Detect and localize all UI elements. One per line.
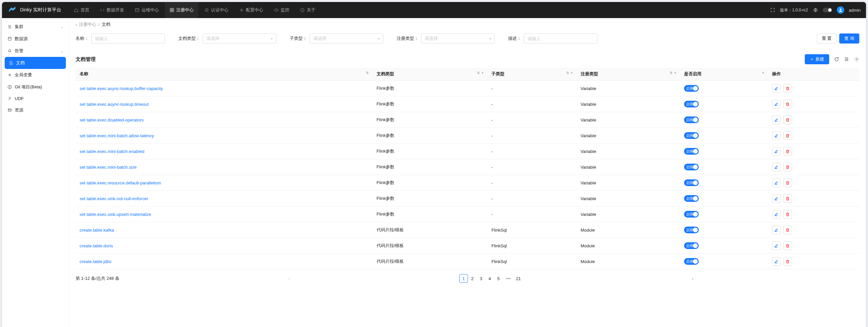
filter-desc-input[interactable] — [524, 33, 597, 43]
row-name-link[interactable]: set table.exec.mini-batch.size — [80, 165, 137, 170]
theme-toggle[interactable] — [823, 8, 832, 12]
delete-button[interactable] — [783, 116, 792, 124]
edit-button[interactable] — [772, 163, 781, 171]
fullscreen-icon[interactable] — [770, 7, 775, 13]
delete-button[interactable] — [783, 226, 792, 234]
row-name-link[interactable]: set table.exec.mini-batch.allow-latency — [80, 133, 154, 138]
lang-icon[interactable] — [813, 7, 818, 13]
nav-code[interactable]: 数据开发 — [95, 2, 129, 18]
page-number[interactable]: 4 — [485, 274, 494, 283]
page-number[interactable]: 1 — [459, 274, 468, 283]
sidebar-item-fn[interactable]: UDF — [2, 93, 68, 104]
filter-icon[interactable]: ▾ — [762, 71, 764, 75]
edit-button[interactable] — [772, 241, 781, 250]
username[interactable]: admin — [849, 8, 861, 13]
delete-button[interactable] — [783, 147, 792, 156]
enable-switch[interactable]: 启用 — [684, 258, 699, 265]
sort-icon[interactable]: ⇅ — [566, 71, 569, 75]
filter-subtype-select[interactable]: 请选择▾ — [310, 33, 383, 43]
edit-button[interactable] — [772, 178, 781, 187]
sidebar-item-cluster[interactable]: 集群⌄ — [2, 21, 68, 33]
row-name-link[interactable]: set table.exec.async-lookup.timeout — [80, 102, 149, 107]
sort-icon[interactable]: ⇅ — [477, 71, 480, 75]
row-name-link[interactable]: set table.exec.sink.upsert-materialize — [80, 212, 151, 217]
col-subtype[interactable]: 子类型⇅▾ — [487, 68, 577, 81]
delete-button[interactable] — [783, 163, 792, 171]
row-name-link[interactable]: set table.exec.disabled-operators — [80, 117, 144, 122]
sidebar-item-doc[interactable]: 文档 — [5, 57, 66, 69]
filter-icon[interactable]: ▾ — [674, 71, 676, 75]
page-number[interactable]: 2 — [468, 274, 477, 283]
sidebar-item-git[interactable]: Git 项目(Beta) — [2, 81, 68, 93]
enable-switch[interactable]: 启用 — [684, 164, 699, 170]
filter-name-input[interactable] — [91, 33, 165, 43]
create-button[interactable]: ＋新建 — [805, 54, 829, 64]
row-name-link[interactable]: set table.exec.sink.not-null-enforcer — [80, 196, 148, 201]
nav-info[interactable]: 关于 — [296, 2, 320, 18]
page-prev[interactable]: ‹ — [123, 274, 456, 283]
col-enabled[interactable]: 是否启用▾ — [680, 68, 768, 81]
delete-button[interactable] — [783, 194, 792, 203]
edit-button[interactable] — [772, 257, 781, 266]
delete-button[interactable] — [783, 257, 792, 266]
sort-icon[interactable]: ⇅ — [670, 71, 672, 75]
nav-home[interactable]: 首页 — [69, 2, 94, 18]
enable-switch[interactable]: 启用 — [684, 179, 699, 186]
row-name-link[interactable]: set table.exec.resource.default-parallel… — [80, 180, 161, 185]
delete-button[interactable] — [783, 131, 792, 140]
row-name-link[interactable]: set table.exec.async-lookup.buffer-capac… — [80, 86, 163, 91]
reset-button[interactable]: 重 置 — [817, 33, 837, 43]
refresh-icon[interactable] — [834, 57, 839, 62]
settings-icon[interactable] — [854, 57, 859, 62]
edit-button[interactable] — [772, 84, 781, 93]
edit-button[interactable] — [772, 100, 781, 109]
enable-switch[interactable]: 启用 — [684, 211, 699, 217]
enable-switch[interactable]: 启用 — [684, 85, 699, 92]
page-next[interactable]: › — [526, 274, 859, 283]
row-name-link[interactable]: set table.exec.mini-batch.enabled — [80, 149, 145, 154]
nav-reg[interactable]: 注册中心 — [165, 2, 198, 18]
row-name-link[interactable]: create.table.jdbc — [80, 259, 112, 264]
filter-regtype-select[interactable]: 请选择▾ — [421, 33, 495, 43]
sidebar-item-db[interactable]: 数据源 — [2, 33, 68, 45]
enable-switch[interactable]: 启用 — [684, 195, 699, 202]
col-doctype[interactable]: 文档类型⇅▾ — [373, 68, 487, 81]
nav-ops[interactable]: 运维中心 — [130, 2, 163, 18]
filter-icon[interactable]: ▾ — [482, 71, 483, 75]
nav-cloud[interactable]: 监控 — [269, 2, 294, 18]
enable-switch[interactable]: 启用 — [684, 227, 699, 233]
col-name[interactable]: 名称⇅ — [75, 68, 373, 81]
sort-icon[interactable]: ⇅ — [366, 71, 369, 75]
chevron-left-icon[interactable]: ‹ — [75, 22, 77, 27]
density-icon[interactable] — [844, 57, 849, 62]
page-number[interactable]: 3 — [477, 274, 485, 283]
enable-switch[interactable]: 启用 — [684, 117, 699, 123]
edit-button[interactable] — [772, 194, 781, 203]
edit-button[interactable] — [772, 147, 781, 156]
enable-switch[interactable]: 启用 — [684, 101, 699, 108]
avatar[interactable] — [837, 6, 844, 14]
edit-button[interactable] — [772, 210, 781, 218]
filter-doctype-select[interactable]: 请选择▾ — [203, 33, 276, 43]
breadcrumb-parent[interactable]: 注册中心 — [79, 22, 96, 27]
delete-button[interactable] — [783, 100, 792, 109]
delete-button[interactable] — [783, 178, 792, 187]
delete-button[interactable] — [783, 210, 792, 218]
delete-button[interactable] — [783, 241, 792, 250]
query-button[interactable]: 查 询 — [839, 33, 859, 43]
nav-auth[interactable]: 认证中心 — [200, 2, 233, 18]
edit-button[interactable] — [772, 226, 781, 234]
row-name-link[interactable]: create.table.kafka — [80, 228, 114, 233]
enable-switch[interactable]: 启用 — [684, 242, 699, 249]
sidebar-item-bell[interactable]: 告警⌄ — [2, 45, 68, 57]
sidebar-item-var[interactable]: 全局变量 — [2, 69, 68, 81]
edit-button[interactable] — [772, 131, 781, 140]
row-name-link[interactable]: create.table.doris — [80, 243, 113, 248]
enable-switch[interactable]: 启用 — [684, 148, 699, 155]
sidebar-item-res[interactable]: 资源 — [2, 104, 68, 116]
nav-gear[interactable]: 配置中心 — [235, 2, 268, 18]
page-number[interactable]: 5 — [494, 274, 503, 283]
edit-button[interactable] — [772, 116, 781, 124]
filter-icon[interactable]: ▾ — [571, 71, 572, 75]
delete-button[interactable] — [783, 84, 792, 93]
